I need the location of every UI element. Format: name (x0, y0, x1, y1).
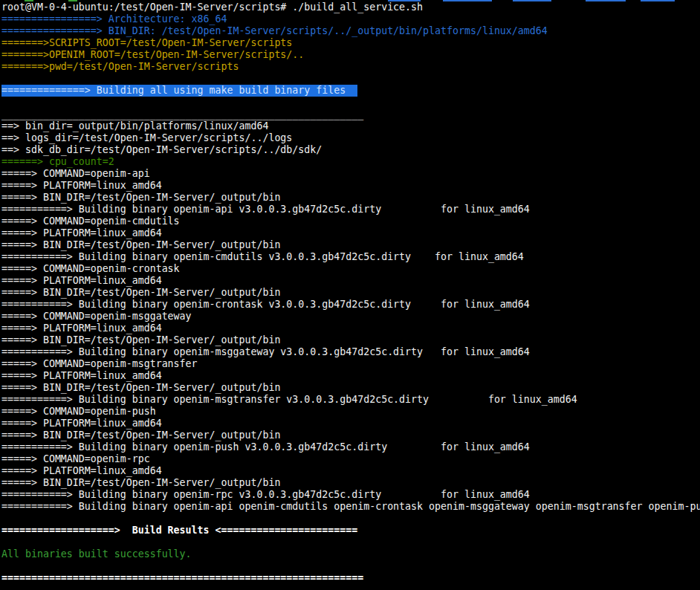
building-binary-openim-msgtransfer: ===========> Building binary openim-msgt… (1, 394, 700, 406)
var-sdk-db-dir-line: ==> sdk_db_dir=/test/Open-IM-Server/scri… (1, 144, 700, 156)
platform-line: =====> PLATFORM=linux_amd64 (1, 418, 700, 429)
command-line-openim-cmdutils: =====> COMMAND=openim-cmdutils (1, 215, 700, 227)
blank-line (1, 536, 700, 548)
var-logs-dir-line: ==> logs_dir=/test/Open-IM-Server/script… (1, 132, 700, 144)
platform-line: =====> PLATFORM=linux_amd64 (1, 322, 700, 334)
var-bin-dir-line: ==> bin_dir=_output/bin/platforms/linux/… (1, 120, 700, 132)
command-line-openim-rpc: =====> COMMAND=openim-rpc (1, 453, 700, 465)
building-binary-openim-rpc: ===========> Building binary openim-rpc … (1, 489, 700, 501)
terminal-output: root@VM-0-4-ubuntu:/test/Open-IM-Server/… (1, 1, 700, 584)
build-success-message: All binaries built successfully. (1, 548, 700, 560)
bindir-line: =====> BIN_DIR=/test/Open-IM-Server/_out… (1, 239, 700, 251)
pwd-line: =======>pwd=/test/Open-IM-Server/scripts (1, 61, 700, 73)
bindir-line: =====> BIN_DIR=/test/Open-IM-Server/_out… (1, 192, 700, 204)
platform-line: =====> PLATFORM=linux_amd64 (1, 370, 700, 382)
building-binary-openim-cmdutils: ===========> Building binary openim-cmdu… (1, 251, 700, 263)
bindir-line: =====> BIN_DIR=/test/Open-IM-Server/_out… (1, 334, 700, 346)
blank-line (1, 73, 700, 85)
command-line-openim-msggateway: =====> COMMAND=openim-msggateway (1, 311, 700, 322)
build-results-header: ===================> Build Results <====… (1, 525, 700, 536)
command-line-openim-msgtransfer: =====> COMMAND=openim-msgtransfer (1, 358, 700, 370)
cpu-count-line: ======> cpu_count=2 (1, 156, 700, 168)
highlight-banner: ==============> Building all using make … (1, 85, 357, 97)
openim-root-line: =======>OPENIM_ROOT=/test/Open-IM-Server… (1, 49, 700, 61)
equals-separator: ========================================… (1, 572, 700, 584)
command-line-openim-push: =====> COMMAND=openim-push (1, 406, 700, 418)
building-binary-openim-msggateway: ===========> Building binary openim-msgg… (1, 346, 700, 358)
platform-line: =====> PLATFORM=linux_amd64 (1, 227, 700, 239)
building-binary-openim-api: ===========> Building binary openim-api … (1, 204, 700, 215)
command-line-openim-crontask: =====> COMMAND=openim-crontask (1, 263, 700, 275)
bindir-line: =====> BIN_DIR=/test/Open-IM-Server/_out… (1, 287, 700, 299)
terminal-window[interactable]: root@VM-0-4-ubuntu:/test/Open-IM-Server/… (0, 0, 700, 590)
scripts-root-line: =======>SCRIPTS_ROOT=/test/Open-IM-Serve… (1, 37, 700, 49)
building-all-banner: ==============> Building all using make … (1, 85, 700, 97)
platform-line: =====> PLATFORM=linux_amd64 (1, 465, 700, 477)
building-binary-openim-crontask: ===========> Building binary openim-cron… (1, 299, 700, 311)
blank-line (1, 513, 700, 525)
bindir-line: =====> BIN_DIR=/test/Open-IM-Server/_out… (1, 382, 700, 394)
architecture-line: ================> Architecture: x86_64 (1, 13, 700, 25)
bindir-line: =====> BIN_DIR=/test/Open-IM-Server/_out… (1, 477, 700, 489)
platform-line: =====> PLATFORM=linux_amd64 (1, 180, 700, 192)
command-line-openim-api: =====> COMMAND=openim-api (1, 168, 700, 180)
bin-dir-line: ================> BIN_DIR: /test/Open-IM… (1, 25, 700, 37)
prompt-command-line: root@VM-0-4-ubuntu:/test/Open-IM-Server/… (1, 1, 700, 13)
underscore-separator: ________________________________________… (1, 108, 700, 120)
building-binary-openim-push: ===========> Building binary openim-push… (1, 441, 700, 453)
blank-line (1, 97, 700, 108)
blank-line (1, 560, 700, 572)
bindir-line: =====> BIN_DIR=/test/Open-IM-Server/_out… (1, 429, 700, 441)
building-binary-all-line: ===========> Building binary openim-api … (1, 501, 700, 513)
platform-line: =====> PLATFORM=linux_amd64 (1, 275, 700, 287)
